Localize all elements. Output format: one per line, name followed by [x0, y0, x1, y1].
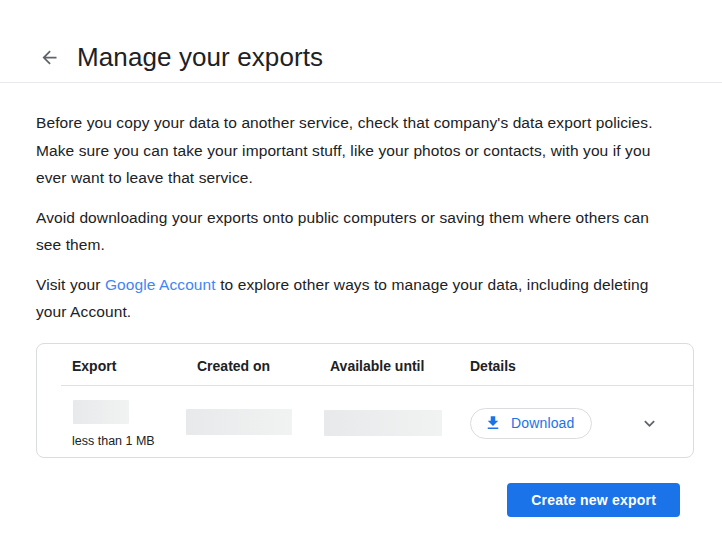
table-row: less than 1 MB Download	[37, 386, 693, 457]
page-header-inner: Manage your exports	[38, 42, 323, 72]
chevron-down-icon	[639, 413, 660, 434]
manage-exports-page: Manage your exports Before you copy your…	[0, 0, 722, 517]
intro-paragraph-2-line-2: see them.	[36, 231, 694, 259]
page-content: Before you copy your data to another ser…	[0, 83, 722, 517]
arrow-left-icon	[39, 47, 60, 68]
column-header-created-on: Created on	[197, 357, 330, 375]
column-header-export: Export	[72, 357, 197, 375]
export-name-redacted	[73, 400, 129, 424]
intro-paragraph-2-line-1: Avoid downloading your exports onto publ…	[36, 204, 694, 232]
cell-export: less than 1 MB	[72, 399, 197, 449]
intro-paragraph-1-line-1: Before you copy your data to another ser…	[36, 109, 694, 137]
google-account-link[interactable]: Google Account	[105, 276, 216, 293]
page-title: Manage your exports	[77, 42, 323, 72]
download-button[interactable]: Download	[470, 408, 592, 439]
intro-paragraph-3-prefix: Visit your	[36, 276, 105, 293]
intro-paragraph-1-line-3: ever want to leave that service.	[36, 164, 694, 192]
created-on-redacted	[186, 409, 292, 435]
bottom-actions: Create new export	[36, 483, 694, 517]
page-header: Manage your exports	[0, 0, 722, 83]
intro-paragraph-3: Visit your Google Account to explore oth…	[36, 271, 694, 326]
column-header-details: Details	[470, 357, 693, 375]
available-until-redacted	[324, 410, 442, 436]
back-button[interactable]	[38, 46, 60, 68]
cell-available-until	[330, 399, 470, 436]
table-header-row: Export Created on Available until Detail…	[37, 344, 693, 385]
intro-paragraph-2: Avoid downloading your exports onto publ…	[36, 204, 694, 259]
exports-table-card: Export Created on Available until Detail…	[36, 343, 694, 458]
cell-created-on	[197, 399, 330, 435]
expand-row-button[interactable]	[638, 412, 660, 434]
intro-paragraph-3-line-1: Visit your Google Account to explore oth…	[36, 271, 694, 299]
create-new-export-button[interactable]: Create new export	[507, 483, 680, 517]
download-icon	[484, 414, 502, 432]
intro-paragraph-1: Before you copy your data to another ser…	[36, 109, 694, 192]
cell-details: Download	[470, 408, 693, 439]
intro-paragraph-3-line-2: your Account.	[36, 298, 694, 326]
export-size-label: less than 1 MB	[72, 433, 197, 449]
intro-paragraph-1-line-2: Make sure you can take your important st…	[36, 137, 694, 165]
intro-paragraph-3-suffix: to explore other ways to manage your dat…	[216, 276, 649, 293]
download-button-label: Download	[511, 415, 574, 431]
column-header-available-until: Available until	[330, 357, 470, 375]
